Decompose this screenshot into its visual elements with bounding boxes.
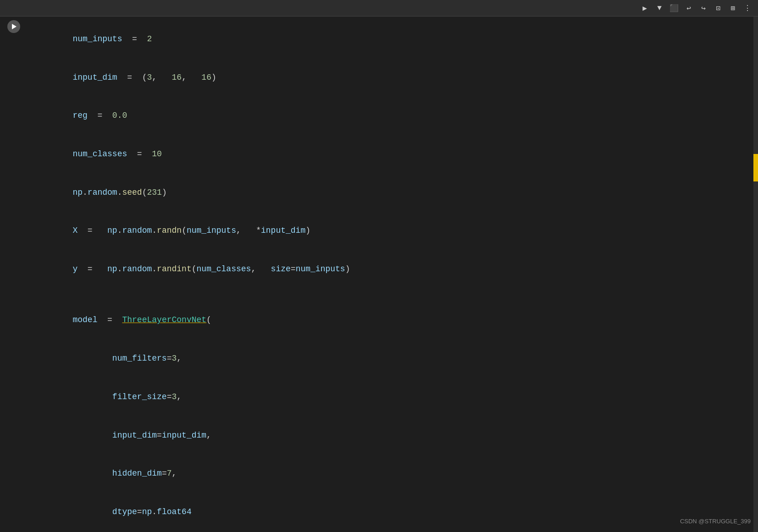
code-line-5: np.random.seed(231) xyxy=(31,174,758,212)
toolbar-icon-undo[interactable]: ↩ xyxy=(684,3,694,13)
run-button-area xyxy=(0,16,28,532)
csdn-watermark: CSDN @STRUGGLE_399 xyxy=(680,518,751,525)
code-line-10: filter_size=3, xyxy=(31,378,758,417)
run-cell-button[interactable] xyxy=(7,20,20,33)
scrollbar-thumb[interactable] xyxy=(753,154,758,181)
toolbar-icon-redo[interactable]: ↪ xyxy=(698,3,708,13)
toolbar-icon-play[interactable]: ▶ xyxy=(640,3,650,13)
code-line-1: num_inputs = 2 xyxy=(31,20,758,59)
code-line-9: num_filters=3, xyxy=(31,340,758,378)
toolbar: ▶ ▼ ⬛ ↩ ↪ ⊡ ⊞ ⋮ xyxy=(0,0,758,16)
code-line-7: y = np.random.randint(num_classes, size=… xyxy=(31,250,758,289)
code-line-13: dtype=np.float64 xyxy=(31,493,758,532)
code-line-12: hidden_dim=7, xyxy=(31,455,758,493)
code-line-4: num_classes = 10 xyxy=(31,135,758,174)
code-line-2: input_dim = (3, 16, 16) xyxy=(31,59,758,97)
toolbar-icon-down[interactable]: ▼ xyxy=(654,3,664,13)
code-block: num_inputs = 2 input_dim = (3, 16, 16) r… xyxy=(28,16,758,532)
toolbar-icon-grid[interactable]: ⊡ xyxy=(713,3,723,13)
code-line-11: input_dim=input_dim, xyxy=(31,417,758,455)
code-line-8: model = ThreeLayerConvNet( xyxy=(31,302,758,340)
toolbar-icon-stop[interactable]: ⬛ xyxy=(669,3,679,13)
code-line-6: X = np.random.randn(num_inputs, *input_d… xyxy=(31,212,758,250)
toolbar-icon-more[interactable]: ⋮ xyxy=(742,3,752,13)
scrollbar[interactable] xyxy=(753,16,758,532)
code-line-blank xyxy=(31,289,758,302)
code-line-3: reg = 0.0 xyxy=(31,97,758,135)
toolbar-icon-expand[interactable]: ⊞ xyxy=(728,3,738,13)
code-area: num_inputs = 2 input_dim = (3, 16, 16) r… xyxy=(28,16,758,532)
